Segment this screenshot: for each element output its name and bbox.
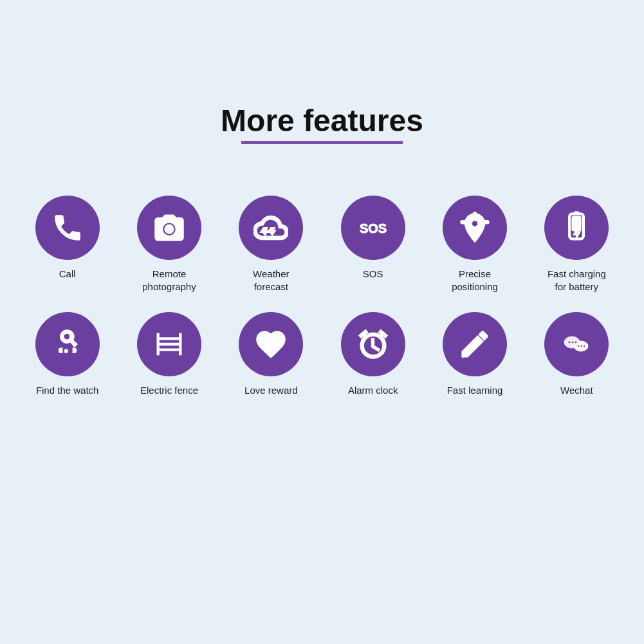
feature-love-reward: Love reward (223, 312, 318, 397)
feature-alarm-clock: Alarm clock (325, 312, 420, 397)
alarm-clock-label: Alarm clock (348, 384, 398, 397)
feature-fast-learning: Fast learning (427, 312, 522, 397)
svg-point-18 (584, 345, 585, 347)
feature-remote-photography: Remotephotography (122, 196, 217, 293)
precise-positioning-label: Precisepositioning (452, 268, 498, 293)
svg-rect-2 (483, 221, 489, 223)
sos-label: SOS (363, 268, 383, 281)
alarm-clock-icon-circle (341, 312, 405, 376)
love-reward-label: Love reward (244, 384, 298, 397)
fast-learning-icon-circle (443, 312, 507, 376)
fast-charging-label: Fast chargingfor battery (547, 268, 606, 293)
find-the-watch-icon-circle (35, 312, 100, 376)
love-reward-icon-circle (239, 312, 303, 376)
weather-forecast-icon-circle (239, 196, 303, 260)
svg-text:SOS: SOS (360, 221, 387, 235)
feature-sos: SOS SOS (325, 196, 420, 293)
fast-learning-label: Fast learning (447, 384, 503, 397)
features-grid: Call Remotephotography Weatherforecast S… (20, 196, 625, 397)
feature-fast-charging: Fast chargingfor battery (529, 196, 624, 293)
sos-icon-circle: SOS (341, 196, 405, 260)
wechat-label: Wechat (560, 384, 593, 397)
call-label: Call (59, 268, 76, 281)
fast-charging-icon-circle (544, 196, 609, 260)
svg-point-13 (568, 341, 571, 344)
svg-point-17 (580, 345, 582, 347)
svg-point-14 (571, 341, 574, 344)
svg-rect-3 (474, 212, 476, 218)
remote-photography-label: Remotephotography (142, 268, 196, 293)
svg-point-15 (575, 341, 577, 344)
remote-photography-icon-circle (137, 196, 201, 260)
page-title: More features (221, 103, 423, 144)
electric-fence-label: Electric fence (140, 384, 198, 397)
feature-wechat: Wechat (529, 312, 624, 397)
call-icon-circle (35, 196, 100, 260)
electric-fence-icon-circle (137, 312, 201, 376)
feature-precise-positioning: Precisepositioning (427, 196, 522, 293)
feature-call: Call (20, 196, 115, 293)
feature-find-the-watch: Find the watch (20, 312, 115, 397)
svg-point-16 (578, 345, 580, 347)
precise-positioning-icon-circle (443, 196, 507, 260)
wechat-icon-circle (544, 312, 609, 376)
weather-forecast-label: Weatherforecast (253, 268, 289, 293)
feature-electric-fence: Electric fence (122, 312, 217, 397)
feature-weather-forecast: Weatherforecast (223, 196, 318, 293)
svg-rect-1 (461, 221, 466, 223)
svg-rect-5 (573, 217, 581, 231)
find-the-watch-label: Find the watch (36, 384, 99, 397)
